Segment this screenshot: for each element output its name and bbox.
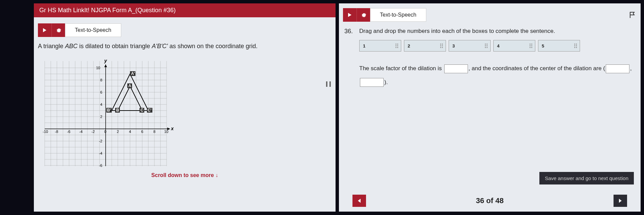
svg-text:4: 4 — [100, 102, 102, 106]
svg-text:2: 2 — [117, 130, 119, 134]
svg-text:-4: -4 — [99, 151, 102, 155]
drag-tile[interactable]: 2 — [404, 40, 446, 52]
drag-handle-icon — [485, 44, 488, 48]
svg-text:4: 4 — [129, 130, 131, 134]
question-content: Drag and drop the numbers into each of t… — [359, 28, 635, 90]
drop-target-y[interactable] — [360, 78, 384, 87]
tts-controls-right: Text-to-Speech — [343, 8, 426, 22]
scroll-hint[interactable]: Scroll down to see more ↓ — [34, 170, 336, 181]
sentence-text: ). — [384, 79, 388, 85]
svg-marker-40 — [104, 64, 107, 67]
tile-value: 3 — [452, 43, 455, 48]
svg-marker-76 — [348, 13, 351, 17]
svg-text:8: 8 — [153, 130, 155, 134]
tts-label: Text-to-Speech — [370, 8, 426, 22]
svg-text:0: 0 — [104, 130, 106, 134]
play-icon — [347, 13, 352, 17]
drop-target-x[interactable] — [606, 64, 629, 73]
gear-icon — [56, 27, 61, 33]
svg-text:-2: -2 — [91, 130, 95, 134]
play-icon — [42, 28, 47, 33]
svg-text:B': B' — [107, 108, 111, 113]
answer-sentence: The scale factor of the dilation is , an… — [359, 62, 635, 90]
save-next-button[interactable]: Save answer and go to next question — [539, 172, 634, 184]
svg-marker-77 — [358, 199, 361, 203]
tts-controls: Text-to-Speech — [38, 23, 331, 37]
question-stem: A triangle ABC is dilated to obtain tria… — [34, 42, 336, 54]
svg-text:-2: -2 — [99, 139, 102, 143]
drag-tile[interactable]: 5 — [538, 40, 580, 52]
svg-marker-0 — [43, 28, 46, 32]
drop-target-scale[interactable] — [444, 64, 468, 73]
coordinate-grid: x y -10-8-6-4-20246810 108642-2-4-6 A' A… — [38, 54, 177, 170]
tile-value: 4 — [497, 43, 499, 48]
tile-value: 2 — [408, 43, 410, 48]
sentence-text: The scale factor of the dilation is — [359, 65, 444, 72]
svg-text:-6: -6 — [67, 130, 70, 134]
flag-icon[interactable] — [628, 11, 637, 19]
chevron-left-icon — [357, 198, 362, 203]
drag-tile[interactable]: 3 — [449, 40, 491, 52]
prev-question-button[interactable] — [352, 195, 366, 207]
svg-text:C: C — [141, 108, 144, 113]
drag-tile[interactable]: 4 — [493, 40, 535, 52]
tile-value: 1 — [363, 43, 365, 48]
svg-text:A': A' — [131, 71, 135, 76]
svg-text:10: 10 — [164, 130, 168, 134]
svg-text:A: A — [128, 83, 131, 88]
svg-text:6: 6 — [141, 130, 143, 134]
svg-text:10: 10 — [96, 66, 100, 70]
tts-settings-button[interactable] — [51, 23, 65, 37]
svg-text:B: B — [116, 108, 119, 113]
gear-icon — [361, 12, 366, 18]
drag-tile[interactable]: 1 — [359, 40, 401, 52]
tts-settings-button[interactable] — [357, 8, 370, 22]
question-instruction: Drag and drop the numbers into each of t… — [359, 28, 635, 35]
sentence-text: , — [630, 65, 632, 72]
drag-handle-icon — [530, 44, 532, 48]
svg-text:-4: -4 — [79, 130, 83, 134]
svg-text:-10: -10 — [43, 130, 48, 134]
drag-handle-icon — [574, 44, 577, 48]
svg-text:-8: -8 — [55, 130, 58, 134]
tts-label: Text-to-Speech — [65, 23, 121, 37]
svg-text:C': C' — [148, 108, 152, 113]
next-question-button[interactable] — [614, 195, 627, 207]
q-tri2: A'B'C' — [152, 43, 168, 50]
right-header: Text-to-Speech — [339, 3, 641, 26]
nav-footer: 36 of 48 — [339, 195, 641, 207]
svg-text:8: 8 — [100, 78, 102, 82]
svg-text:6: 6 — [100, 90, 102, 94]
question-number: 36. — [344, 28, 355, 90]
svg-text:x: x — [171, 126, 174, 131]
svg-text:2: 2 — [100, 115, 102, 119]
tts-play-button[interactable] — [38, 23, 51, 37]
drag-tiles-container: 1 2 3 4 5 — [359, 40, 635, 52]
svg-text:-6: -6 — [99, 163, 102, 168]
q-text: as shown on the coordinate grid. — [168, 43, 258, 50]
question-body: 36. Drag and drop the numbers into each … — [339, 26, 641, 91]
sentence-text: , and the coordinates of the center of t… — [469, 65, 605, 72]
drag-handle-icon — [440, 44, 443, 48]
svg-text:y: y — [104, 58, 107, 63]
right-panel: Text-to-Speech 36. Drag and drop the num… — [339, 3, 641, 212]
progress-indicator: 36 of 48 — [476, 196, 504, 205]
svg-marker-78 — [619, 199, 622, 203]
left-panel: Gr HS Math LinkIt! NJGPA Form A_(Questio… — [34, 3, 336, 212]
tile-value: 5 — [542, 43, 544, 48]
q-text: is dilated to obtain triangle — [78, 43, 152, 50]
drag-handle-icon — [395, 44, 398, 48]
q-tri1: ABC — [65, 43, 78, 50]
chevron-right-icon — [618, 198, 623, 203]
tts-play-button[interactable] — [343, 8, 357, 22]
pause-icon — [326, 81, 331, 87]
assessment-title: Gr HS Math LinkIt! NJGPA Form A_(Questio… — [34, 3, 336, 17]
q-text: A triangle — [38, 43, 65, 50]
